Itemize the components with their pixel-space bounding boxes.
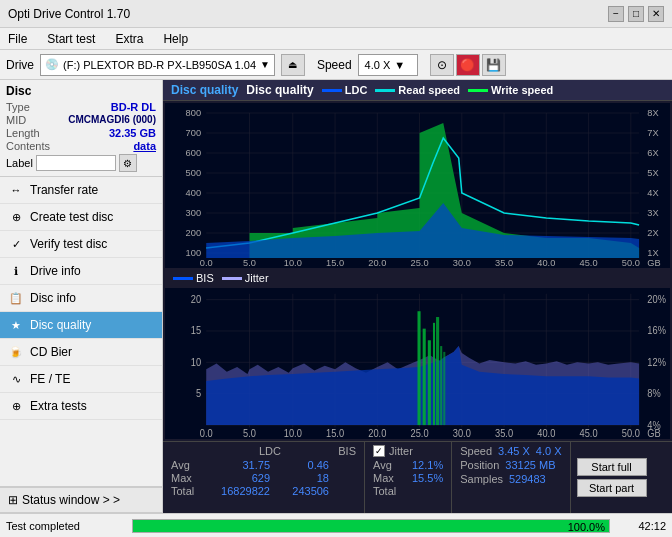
status-window-button[interactable]: ⊞ Status window > > [0, 488, 162, 513]
toolbar-icon-2[interactable]: 🔴 [456, 54, 480, 76]
drive-label: Drive [6, 58, 34, 72]
sidebar-item-fe-te[interactable]: ∿ FE / TE [0, 366, 162, 393]
menu-extra[interactable]: Extra [111, 31, 147, 47]
disc-label-input[interactable] [36, 155, 116, 171]
svg-text:300: 300 [186, 208, 201, 218]
disc-type-label: Type [6, 101, 30, 113]
sidebar-item-label-cd-bier: CD Bier [30, 345, 72, 359]
toolbar-icon-1[interactable]: ⊙ [430, 54, 454, 76]
ldc-col-header: LDC [226, 445, 281, 457]
toolbar-icon-3[interactable]: 💾 [482, 54, 506, 76]
disc-contents-label: Contents [6, 140, 50, 152]
sidebar-item-label-transfer-rate: Transfer rate [30, 183, 98, 197]
disc-contents-value[interactable]: data [133, 140, 156, 152]
svg-text:1X: 1X [647, 248, 658, 258]
svg-text:50.0: 50.0 [622, 427, 641, 439]
sidebar-item-cd-bier[interactable]: 🍺 CD Bier [0, 339, 162, 366]
disc-label-row: Label ⚙ [6, 154, 156, 172]
svg-text:800: 800 [186, 108, 201, 118]
menu-start-test[interactable]: Start test [43, 31, 99, 47]
disc-quality-title: Disc quality [171, 83, 238, 97]
chart2-legend: BIS Jitter [165, 270, 670, 286]
svg-text:16%: 16% [647, 325, 666, 337]
bis-avg: 0.46 [274, 459, 329, 471]
sidebar-bottom: ⊞ Status window > > [0, 486, 162, 513]
svg-text:40.0: 40.0 [537, 427, 556, 439]
toolbar-icons: ⊙ 🔴 💾 [430, 54, 506, 76]
svg-text:2X: 2X [647, 228, 658, 238]
svg-text:15.0: 15.0 [326, 258, 344, 268]
svg-text:20.0: 20.0 [368, 427, 387, 439]
eject-button[interactable]: ⏏ [281, 54, 305, 76]
sidebar-item-drive-info[interactable]: ℹ Drive info [0, 258, 162, 285]
svg-rect-70 [433, 323, 435, 425]
svg-text:50.0: 50.0 [622, 258, 640, 268]
disc-type-value: BD-R DL [111, 101, 156, 113]
drive-selector[interactable]: 💿 (F:) PLEXTOR BD-R PX-LB950SA 1.04 ▼ [40, 54, 275, 76]
jitter-total-label: Total [373, 485, 408, 497]
stats-values: Avg 31.75 0.46 Max 629 18 Total 16829822… [171, 459, 356, 497]
menu-file[interactable]: File [4, 31, 31, 47]
drivebar: Drive 💿 (F:) PLEXTOR BD-R PX-LB950SA 1.0… [0, 50, 672, 80]
menu-help[interactable]: Help [159, 31, 192, 47]
svg-text:20%: 20% [647, 294, 666, 306]
progress-bar-fill [133, 520, 609, 532]
drive-icon: 💿 [45, 58, 59, 71]
stats-max-row: Max 629 18 [171, 472, 356, 484]
svg-text:30.0: 30.0 [453, 427, 472, 439]
speed-value: 4.0 X [365, 59, 391, 71]
svg-rect-68 [423, 329, 426, 425]
sidebar-item-create-test-disc[interactable]: ⊕ Create test disc [0, 204, 162, 231]
sidebar-item-disc-info[interactable]: 📋 Disc info [0, 285, 162, 312]
svg-text:600: 600 [186, 148, 201, 158]
position-row: Position 33125 MB [460, 459, 561, 471]
disc-info-icon: 📋 [8, 290, 24, 306]
svg-text:8X: 8X [647, 108, 658, 118]
speed-current-value: 3.45 X [498, 445, 530, 457]
titlebar-title: Opti Drive Control 1.70 [8, 7, 130, 21]
legend-read-speed-label: Read speed [398, 84, 460, 96]
close-button[interactable]: ✕ [648, 6, 664, 22]
bis-total: 243506 [274, 485, 329, 497]
legend-write-speed-label: Write speed [491, 84, 553, 96]
sidebar-item-verify-test-disc[interactable]: ✓ Verify test disc [0, 231, 162, 258]
jitter-checkbox[interactable]: ✓ [373, 445, 385, 457]
start-part-button[interactable]: Start part [577, 479, 647, 497]
svg-text:20: 20 [191, 294, 202, 306]
ldc-avg: 31.75 [210, 459, 270, 471]
sidebar-item-label-verify-test-disc: Verify test disc [30, 237, 107, 251]
disc-mid-value: CMCMAGDI6 (000) [68, 114, 156, 126]
disc-quality-header: Disc quality Disc quality LDC Read speed… [163, 80, 672, 101]
start-full-button[interactable]: Start full [577, 458, 647, 476]
sidebar-item-disc-quality[interactable]: ★ Disc quality [0, 312, 162, 339]
total-label: Total [171, 485, 206, 497]
speed-info-label: Speed [460, 445, 492, 457]
legend-bis: BIS [173, 272, 214, 284]
disc-label-button[interactable]: ⚙ [119, 154, 137, 172]
minimize-button[interactable]: − [608, 6, 624, 22]
sidebar-item-transfer-rate[interactable]: ↔ Transfer rate [0, 177, 162, 204]
svg-text:35.0: 35.0 [495, 427, 514, 439]
ldc-bis-stats: LDC BIS Avg 31.75 0.46 Max 629 18 [163, 442, 365, 513]
transfer-rate-icon: ↔ [8, 182, 24, 198]
svg-text:4X: 4X [647, 188, 658, 198]
speed-position-stats: Speed 3.45 X 4.0 X Position 33125 MB Sam… [452, 442, 570, 513]
titlebar: Opti Drive Control 1.70 − □ ✕ [0, 0, 672, 28]
sidebar-item-extra-tests[interactable]: ⊕ Extra tests [0, 393, 162, 420]
sidebar-nav: ↔ Transfer rate ⊕ Create test disc ✓ Ver… [0, 177, 162, 486]
verify-test-disc-icon: ✓ [8, 236, 24, 252]
jitter-col-header: Jitter [389, 445, 413, 457]
maximize-button[interactable]: □ [628, 6, 644, 22]
status-window-label: Status window > > [22, 493, 120, 507]
legend-read-speed: Read speed [375, 84, 460, 96]
svg-text:700: 700 [186, 128, 201, 138]
speed-selector[interactable]: 4.0 X ▼ [358, 54, 418, 76]
statusbar: Test completed 100.0% 42:12 [0, 513, 672, 537]
disc-info-panel: Disc Type BD-R DL MID CMCMAGDI6 (000) Le… [0, 80, 162, 177]
jitter-avg-label: Avg [373, 459, 408, 471]
sidebar-item-label-disc-quality: Disc quality [30, 318, 91, 332]
progress-bar: 100.0% [132, 519, 610, 533]
svg-text:6X: 6X [647, 148, 658, 158]
jitter-header: ✓ Jitter [373, 445, 443, 457]
samples-row: Samples 529483 [460, 473, 561, 485]
